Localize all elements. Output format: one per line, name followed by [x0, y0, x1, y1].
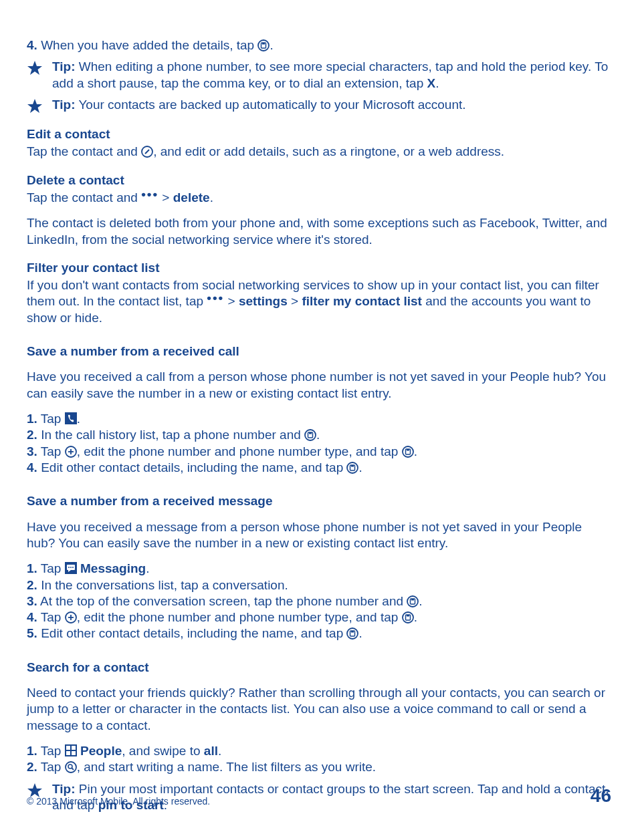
- text: >: [158, 190, 173, 204]
- para: Have you received a message from a perso…: [27, 519, 611, 552]
- svg-marker-13: [68, 570, 71, 572]
- text: .: [414, 610, 417, 624]
- app-name: People: [80, 744, 122, 758]
- text: Tap the contact and: [27, 144, 141, 158]
- text: At the top of the conversation screen, t…: [37, 594, 407, 608]
- tip-text: Tip: Your contacts are backed up automat…: [52, 97, 611, 113]
- step-2: 2. In the call history list, tap a phone…: [27, 427, 611, 443]
- step-5: 5. Edit other contact details, including…: [27, 625, 611, 642]
- tip-label: Tip:: [52, 98, 75, 112]
- heading-delete-contact: Delete a contact: [27, 172, 611, 188]
- people-tile-icon: [65, 744, 77, 756]
- footer: © 2013 Microsoft Mobile. All rights rese…: [27, 784, 611, 808]
- step-num: 2.: [27, 760, 37, 774]
- messaging-tile-icon: [65, 562, 77, 574]
- all-label: all: [204, 744, 218, 758]
- svg-point-16: [72, 567, 74, 568]
- step-1: 1. Tap People, and swipe to all.: [27, 743, 611, 759]
- svg-rect-19: [66, 751, 70, 755]
- more-icon: •••: [207, 290, 224, 306]
- save-icon: [402, 611, 414, 623]
- plus-icon: [65, 446, 77, 458]
- step-4: 4. When you have added the details, tap …: [27, 37, 611, 53]
- para: Tap the contact and ••• > delete.: [27, 190, 611, 206]
- filter-label: filter my contact list: [302, 294, 422, 308]
- step-1: 1. Tap Messaging.: [27, 561, 611, 577]
- para: Have you received a call from a person w…: [27, 369, 611, 402]
- svg-point-14: [68, 567, 70, 568]
- star-icon: [27, 98, 43, 114]
- text: Edit other contact details, including th…: [37, 460, 347, 474]
- text: .: [414, 444, 417, 458]
- text: Your contacts are backed up automaticall…: [75, 98, 465, 112]
- save-icon: [402, 446, 414, 458]
- step-num: 5.: [27, 626, 37, 640]
- step-3: 3. At the top of the conversation screen…: [27, 593, 611, 609]
- text: >: [224, 294, 239, 308]
- text: Tap: [37, 760, 65, 774]
- page-number: 46: [591, 784, 611, 808]
- para: The contact is deleted both from your ph…: [27, 215, 611, 248]
- tip-label: Tip:: [52, 59, 75, 74]
- save-icon: [346, 627, 358, 640]
- text: Edit other contact details, including th…: [37, 626, 347, 640]
- svg-rect-17: [66, 746, 70, 750]
- tip-row: Tip: When editing a phone number, to see…: [27, 59, 611, 92]
- para: Need to contact your friends quickly? Ra…: [27, 685, 611, 734]
- settings-label: settings: [239, 294, 288, 308]
- text: , edit the phone number and phone number…: [77, 610, 402, 624]
- app-name: Messaging: [80, 561, 146, 575]
- heading-filter: Filter your contact list: [27, 260, 611, 276]
- save-icon: [346, 462, 358, 474]
- search-icon: [65, 761, 77, 773]
- more-icon: •••: [141, 186, 158, 202]
- plus-icon: [65, 611, 77, 623]
- text: In the call history list, tap a phone nu…: [37, 428, 304, 442]
- text: Tap the contact and: [27, 190, 141, 204]
- step-num: 1.: [27, 412, 37, 426]
- text: .: [316, 428, 320, 442]
- step-4b: 4. Edit other contact details, including…: [27, 460, 611, 476]
- star-icon: [27, 60, 43, 76]
- svg-point-15: [70, 567, 72, 568]
- save-icon: [257, 39, 270, 51]
- tip-row: Tip: Your contacts are backed up automat…: [27, 97, 611, 114]
- save-icon: [407, 595, 419, 607]
- text: .: [270, 38, 273, 52]
- step-num: 4.: [27, 38, 37, 52]
- text: , and swipe to: [122, 744, 204, 758]
- text: .: [358, 626, 362, 640]
- step-num: 3.: [27, 444, 37, 458]
- text: Tap: [37, 561, 65, 575]
- text: .: [419, 594, 422, 608]
- svg-rect-20: [72, 751, 76, 755]
- text: When you have added the details, tap: [37, 38, 258, 52]
- text: When editing a phone number, to see more…: [52, 59, 608, 90]
- edit-icon: [141, 146, 153, 158]
- heading-save-call: Save a number from a received call: [27, 343, 611, 360]
- text: Tap: [37, 610, 65, 624]
- step-2: 2. In the conversations list, tap a conv…: [27, 577, 611, 593]
- phone-tile-icon: [65, 412, 77, 424]
- text: Tap: [37, 444, 65, 458]
- step-num: 4.: [27, 460, 37, 474]
- text: Tap: [37, 412, 65, 426]
- para: Tap the contact and , and edit or add de…: [27, 144, 611, 160]
- svg-rect-18: [72, 746, 76, 750]
- text: .: [218, 744, 221, 758]
- save-icon: [304, 429, 316, 441]
- step-1: 1. Tap .: [27, 411, 611, 427]
- copyright: © 2013 Microsoft Mobile. All rights rese…: [27, 796, 210, 808]
- text: , and edit or add details, such as a rin…: [153, 144, 504, 158]
- step-num: 2.: [27, 428, 37, 442]
- step-num: 3.: [27, 594, 37, 608]
- text: , and start writing a name. The list fil…: [77, 760, 376, 774]
- text: , edit the phone number and phone number…: [77, 444, 402, 458]
- x-key: X: [427, 76, 435, 90]
- heading-search: Search for a contact: [27, 660, 611, 676]
- text: Tap: [37, 744, 65, 758]
- delete-action: delete: [173, 190, 210, 204]
- text: >: [288, 294, 302, 308]
- text: In the conversations list, tap a convers…: [37, 578, 288, 592]
- step-num: 2.: [27, 578, 37, 592]
